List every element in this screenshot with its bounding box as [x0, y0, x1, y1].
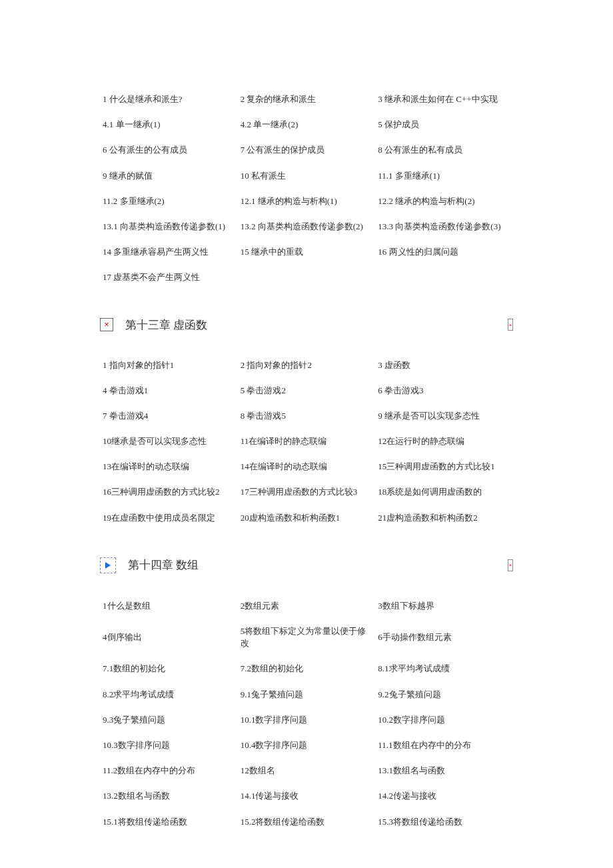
toc-item[interactable]: 1 什么是继承和派生? — [100, 87, 238, 112]
toc-item[interactable]: 8 公有派生的私有成员 — [375, 137, 513, 163]
chapter13-header-left: × 第十三章 虚函数 — [100, 317, 207, 333]
toc-item[interactable]: 13.2 向基类构造函数传递参数(2) — [238, 214, 376, 239]
toc-item[interactable]: 9.2兔子繁殖问题 — [375, 682, 513, 707]
toc-item[interactable]: 7.2数组的初始化 — [238, 656, 376, 681]
toc-item[interactable]: 5 保护成员 — [375, 112, 513, 137]
toc-item[interactable]: 8 拳击游戏5 — [238, 403, 376, 429]
table-row: 13.1 向基类构造函数传递参数(1)13.2 向基类构造函数传递参数(2)13… — [100, 214, 513, 239]
toc-item[interactable]: 3 继承和派生如何在 C++中实现 — [375, 87, 513, 112]
table-row: 9.3兔子繁殖问题10.1数字排序问题10.2数字排序问题 — [100, 707, 513, 733]
toc-item[interactable]: 16 两义性的归属问题 — [375, 239, 513, 265]
toc-item[interactable]: 9.3兔子繁殖问题 — [100, 707, 238, 733]
table-row: 11.2 多重继承(2)12.1 继承的构造与析构(1)12.2 继承的构造与析… — [100, 189, 513, 214]
toc-item[interactable]: 17 虚基类不会产生两义性 — [100, 265, 238, 290]
toc-item[interactable]: 13.1数组名与函数 — [375, 758, 513, 783]
toc-item[interactable]: 15.2将数组传递给函数 — [238, 809, 376, 835]
toc-item[interactable]: 7 拳击游戏4 — [100, 403, 238, 429]
toc-item[interactable]: 20虚构造函数和析构函数1 — [238, 505, 376, 531]
toc-item[interactable]: 10.3数字排序问题 — [100, 733, 238, 758]
chapter14-toc-table: 1什么是数组2数组元素3数组下标越界4倒序输出5将数组下标定义为常量以便于修改6… — [100, 593, 513, 835]
toc-item[interactable]: 2 指向对象的指针2 — [238, 353, 376, 378]
toc-item[interactable]: 3 虚函数 — [375, 353, 513, 378]
table-row: 19在虚函数中使用成员名限定20虚构造函数和析构函数121虚构造函数和析构函数2 — [100, 505, 513, 531]
toc-item[interactable]: 5将数组下标定义为常量以便于修改 — [238, 619, 376, 656]
toc-item[interactable]: 4倒序输出 — [100, 619, 238, 656]
broken-image-icon: × — [100, 318, 113, 331]
toc-item[interactable]: 15.3将数组传递给函数 — [375, 809, 513, 835]
table-row: 7.1数组的初始化7.2数组的初始化8.1求平均考试成绩 — [100, 656, 513, 681]
broken-image-icon: × — [508, 319, 513, 331]
toc-item[interactable]: 2数组元素 — [238, 593, 376, 619]
toc-item[interactable]: 15 继承中的重载 — [238, 239, 376, 265]
toc-item — [375, 265, 513, 290]
chapter12-toc-table: 1 什么是继承和派生?2 复杂的继承和派生3 继承和派生如何在 C++中实现4.… — [100, 87, 513, 291]
toc-item[interactable]: 3数组下标越界 — [375, 593, 513, 619]
toc-item[interactable]: 13.1 向基类构造函数传递参数(1) — [100, 214, 238, 239]
toc-item[interactable]: 13.2数组名与函数 — [100, 783, 238, 809]
toc-item[interactable]: 21虚构造函数和析构函数2 — [375, 505, 513, 531]
toc-item[interactable]: 7.1数组的初始化 — [100, 656, 238, 681]
toc-item[interactable]: 6手动操作数组元素 — [375, 619, 513, 656]
table-row: 4.1 单一继承(1)4.2 单一继承(2)5 保护成员 — [100, 112, 513, 137]
toc-item[interactable]: 12在运行时的静态联编 — [375, 429, 513, 454]
table-row: 15.1将数组传递给函数15.2将数组传递给函数15.3将数组传递给函数 — [100, 809, 513, 835]
toc-item[interactable]: 15.1将数组传递给函数 — [100, 809, 238, 835]
toc-item[interactable]: 11.2 多重继承(2) — [100, 189, 238, 214]
toc-item[interactable]: 13在编译时的动态联编 — [100, 454, 238, 479]
toc-item[interactable]: 6 公有派生的公有成员 — [100, 137, 238, 163]
toc-item[interactable]: 5 拳击游戏2 — [238, 378, 376, 403]
toc-item[interactable]: 4 拳击游戏1 — [100, 378, 238, 403]
table-row: 10继承是否可以实现多态性11在编译时的静态联编12在运行时的静态联编 — [100, 429, 513, 454]
table-row: 13.2数组名与函数14.1传递与接收14.2传递与接收 — [100, 783, 513, 809]
toc-item[interactable]: 1什么是数组 — [100, 593, 238, 619]
table-row: 14 多重继承容易产生两义性15 继承中的重载16 两义性的归属问题 — [100, 239, 513, 265]
toc-item[interactable]: 9 继承的赋值 — [100, 163, 238, 189]
toc-item[interactable]: 12.2 继承的构造与析构(2) — [375, 189, 513, 214]
table-row: 4 拳击游戏15 拳击游戏26 拳击游戏3 — [100, 378, 513, 403]
toc-item[interactable]: 11在编译时的静态联编 — [238, 429, 376, 454]
table-row: 1 指向对象的指针12 指向对象的指针23 虚函数 — [100, 353, 513, 378]
toc-item[interactable]: 8.1求平均考试成绩 — [375, 656, 513, 681]
toc-item[interactable]: 14 多重继承容易产生两义性 — [100, 239, 238, 265]
toc-item[interactable]: 10 私有派生 — [238, 163, 376, 189]
toc-item[interactable]: 12.1 继承的构造与析构(1) — [238, 189, 376, 214]
toc-item[interactable]: 8.2求平均考试成绩 — [100, 682, 238, 707]
toc-item[interactable]: 11.2数组在内存中的分布 — [100, 758, 238, 783]
toc-item[interactable]: 14在编译时的动态联编 — [238, 454, 376, 479]
toc-item[interactable]: 9 继承是否可以实现多态性 — [375, 403, 513, 429]
table-row: 11.2数组在内存中的分布12数组名13.1数组名与函数 — [100, 758, 513, 783]
toc-item[interactable]: 14.1传递与接收 — [238, 783, 376, 809]
table-row: 16三种调用虚函数的方式比较217三种调用虚函数的方式比较318系统是如何调用虚… — [100, 479, 513, 505]
table-row: 9 继承的赋值10 私有派生11.1 多重继承(1) — [100, 163, 513, 189]
toc-item[interactable]: 1 指向对象的指针1 — [100, 353, 238, 378]
toc-item[interactable]: 18系统是如何调用虚函数的 — [375, 479, 513, 505]
toc-item[interactable]: 10.4数字排序问题 — [238, 733, 376, 758]
toc-item[interactable]: 6 拳击游戏3 — [375, 378, 513, 403]
toc-item[interactable]: 10.1数字排序问题 — [238, 707, 376, 733]
chapter13-title: 第十三章 虚函数 — [125, 317, 207, 333]
table-row: 1 什么是继承和派生?2 复杂的继承和派生3 继承和派生如何在 C++中实现 — [100, 87, 513, 112]
toc-item[interactable]: 10.2数字排序问题 — [375, 707, 513, 733]
chapter13-header: × 第十三章 虚函数 × — [100, 317, 513, 333]
table-row: 8.2求平均考试成绩9.1兔子繁殖问题9.2兔子繁殖问题 — [100, 682, 513, 707]
toc-item[interactable]: 4.1 单一继承(1) — [100, 112, 238, 137]
toc-item[interactable]: 2 复杂的继承和派生 — [238, 87, 376, 112]
table-row: 6 公有派生的公有成员7 公有派生的保护成员8 公有派生的私有成员 — [100, 137, 513, 163]
toc-item — [238, 265, 376, 290]
toc-item[interactable]: 19在虚函数中使用成员名限定 — [100, 505, 238, 531]
toc-item[interactable]: 13.3 向基类构造函数传递参数(3) — [375, 214, 513, 239]
toc-item[interactable]: 12数组名 — [238, 758, 376, 783]
toc-item[interactable]: 17三种调用虚函数的方式比较3 — [238, 479, 376, 505]
toc-item[interactable]: 14.2传递与接收 — [375, 783, 513, 809]
chapter14-title: 第十四章 数组 — [128, 557, 199, 573]
toc-item[interactable]: 16三种调用虚函数的方式比较2 — [100, 479, 238, 505]
toc-item[interactable]: 15三种调用虚函数的方式比较1 — [375, 454, 513, 479]
toc-item[interactable]: 11.1 多重继承(1) — [375, 163, 513, 189]
chapter14-header: 第十四章 数组 × — [100, 557, 513, 573]
toc-item[interactable]: 11.1数组在内存中的分布 — [375, 733, 513, 758]
toc-item[interactable]: 9.1兔子繁殖问题 — [238, 682, 376, 707]
table-row: 13在编译时的动态联编14在编译时的动态联编15三种调用虚函数的方式比较1 — [100, 454, 513, 479]
toc-item[interactable]: 10继承是否可以实现多态性 — [100, 429, 238, 454]
toc-item[interactable]: 7 公有派生的保护成员 — [238, 137, 376, 163]
toc-item[interactable]: 4.2 单一继承(2) — [238, 112, 376, 137]
